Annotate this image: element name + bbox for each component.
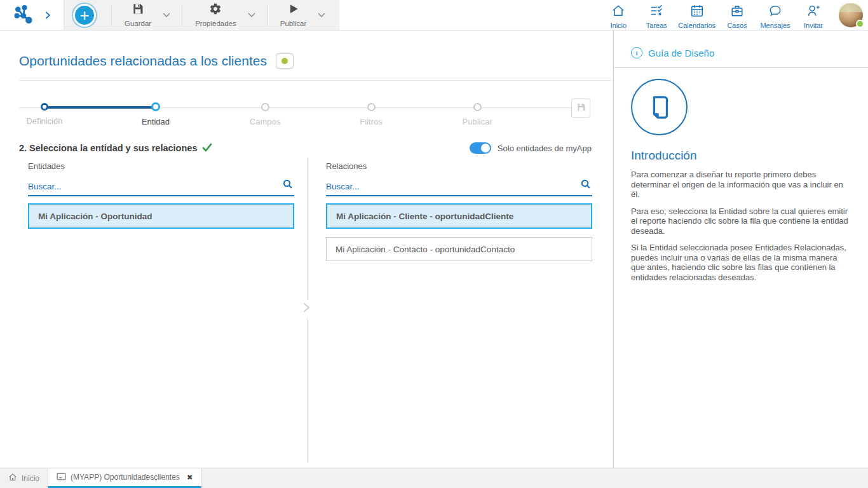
step-definicion: Definición xyxy=(6,91,83,126)
nav-item-label: Casos xyxy=(727,22,747,29)
relation-list-item[interactable]: Mi Aplicación - Contacto - oportunidadCo… xyxy=(326,237,592,261)
step-label: Entidad xyxy=(118,117,194,126)
save-button-label: Guardar xyxy=(125,20,151,27)
report-designer: Oportunidades relacionadas a los cliente… xyxy=(0,30,614,468)
relations-search-input[interactable] xyxy=(326,182,571,191)
properties-button-label: Propiedades xyxy=(195,20,236,27)
home-icon xyxy=(8,473,17,484)
entity-list-item[interactable]: Mi Aplicación - Oportunidad xyxy=(28,203,294,229)
nav-item-mensajes[interactable]: Mensajes xyxy=(759,1,792,29)
myapp-entities-toggle[interactable] xyxy=(470,142,491,154)
guide-paragraph: Para eso, selecciona la Entidad sobre la… xyxy=(631,207,851,236)
info-icon[interactable]: i xyxy=(631,47,642,58)
briefcase-icon xyxy=(730,4,744,20)
step-label: Definición xyxy=(6,116,83,126)
close-tab-icon[interactable]: ✖ xyxy=(187,473,193,482)
nav-item-calendarios[interactable]: Calendarios xyxy=(678,1,715,29)
step-campos: Campos xyxy=(227,91,303,126)
logo-area xyxy=(0,0,64,30)
properties-button[interactable]: Propiedades xyxy=(189,1,243,29)
invite-icon xyxy=(806,4,820,20)
title-divider xyxy=(19,80,612,81)
presence-status-dot xyxy=(856,20,864,28)
tab-myapp-oportunidadesclientes[interactable]: (MYAPP) Oportunidadesclientes ✖ xyxy=(48,468,201,488)
entities-search-input[interactable] xyxy=(28,182,273,191)
tab-label: (MYAPP) Oportunidadesclientes xyxy=(71,473,180,482)
step-entidad: Entidad xyxy=(118,91,194,126)
step-dot[interactable] xyxy=(41,103,48,111)
document-circle-icon xyxy=(631,79,688,135)
status-green-dot xyxy=(281,58,288,64)
guide-title: Guía de Diseño xyxy=(648,48,714,58)
search-icon[interactable] xyxy=(282,179,293,192)
nav-item-label: Inicio xyxy=(610,22,627,29)
relations-search xyxy=(326,180,592,196)
calendar-icon xyxy=(690,4,704,20)
properties-dropdown-chevron-icon[interactable] xyxy=(243,13,261,18)
entities-list: Mi Aplicación - Oportunidad xyxy=(28,203,294,229)
entities-panel: Entidades Mi Aplicación - Oportunidad xyxy=(28,161,294,237)
guide-paragraph: Para comenzar a diseñar tu reporte prime… xyxy=(631,170,851,200)
nav-item-inicio[interactable]: Inicio xyxy=(602,1,635,29)
home-icon xyxy=(611,4,625,20)
user-avatar[interactable] xyxy=(839,3,863,27)
guide-paragraph: Si la Entidad seleccionada posee Entidad… xyxy=(631,243,851,282)
step-publicar: Publicar xyxy=(439,91,515,126)
toggle-knob xyxy=(481,144,490,152)
publish-button[interactable]: Publicar xyxy=(274,1,313,29)
section-title-text: 2. Selecciona la entidad y sus relacione… xyxy=(19,143,197,153)
save-icon xyxy=(132,3,144,18)
tab-inicio[interactable]: Inicio xyxy=(0,468,48,488)
main-area: Oportunidades relacionadas a los cliente… xyxy=(0,30,868,468)
toolbar-separator xyxy=(267,4,268,26)
tasks-icon xyxy=(649,4,663,20)
publish-button-label: Publicar xyxy=(280,20,307,27)
step-filtros: Filtros xyxy=(333,91,409,126)
check-icon xyxy=(202,143,212,154)
nav-item-label: Calendarios xyxy=(678,22,715,29)
stepper-save-button[interactable] xyxy=(571,98,590,118)
top-navigation: Inicio Tareas Calendarios Casos Mensajes xyxy=(602,0,868,30)
panel-collapse-chevron-icon[interactable] xyxy=(302,300,311,318)
search-icon[interactable] xyxy=(580,179,591,192)
sidebar-expand-icon[interactable] xyxy=(43,11,52,20)
relations-list: Mi Aplicación - Cliente - oportunidadCli… xyxy=(326,203,592,261)
guide-text: Para comenzar a diseñar tu reporte prime… xyxy=(631,170,851,282)
step-dot[interactable] xyxy=(151,102,160,111)
bottom-tab-bar: Inicio (MYAPP) Oportunidadesclientes ✖ xyxy=(0,468,868,488)
section-title: 2. Selecciona la entidad y sus relacione… xyxy=(19,143,212,154)
step-label: Campos xyxy=(227,117,303,126)
relation-list-item[interactable]: Mi Aplicación - Cliente - oportunidadCli… xyxy=(326,203,592,229)
publish-dropdown-chevron-icon[interactable] xyxy=(313,13,330,18)
relations-panel: Relaciones Mi Aplicación - Cliente - opo… xyxy=(326,161,592,269)
nav-item-invitar[interactable]: Invitar xyxy=(797,1,830,29)
design-guide-sidebar: i Guía de Diseño Introducción Para comen… xyxy=(614,30,868,468)
topbar-spacer xyxy=(339,0,602,30)
nav-item-casos[interactable]: Casos xyxy=(721,1,754,29)
save-icon xyxy=(576,102,586,114)
toolbar-separator xyxy=(182,4,182,26)
wizard-stepper: Definición Entidad Campos Filtros Public… xyxy=(19,91,594,137)
tab-label: Inicio xyxy=(22,474,39,483)
add-button[interactable]: + xyxy=(73,4,96,27)
relations-panel-title: Relaciones xyxy=(326,161,592,171)
nav-item-tareas[interactable]: Tareas xyxy=(640,1,673,29)
status-badge[interactable] xyxy=(276,53,294,69)
save-button[interactable]: Guardar xyxy=(118,1,158,29)
guide-heading: Introducción xyxy=(631,149,851,163)
top-bar: + Guardar xyxy=(0,0,868,30)
step-dot[interactable] xyxy=(261,103,269,111)
nav-item-label: Mensajes xyxy=(760,22,790,29)
step-dot[interactable] xyxy=(367,103,376,111)
report-icon xyxy=(57,472,66,483)
editor-toolbar: + Guardar xyxy=(64,0,339,30)
toolbar-separator xyxy=(111,4,112,26)
toggle-label: Solo entidades de myApp xyxy=(498,144,592,153)
step-label: Publicar xyxy=(439,117,515,126)
step-dot[interactable] xyxy=(473,103,482,111)
app-logo-icon[interactable] xyxy=(11,4,34,26)
nav-item-label: Tareas xyxy=(646,22,667,29)
message-icon xyxy=(768,4,782,20)
page-title: Oportunidades relacionadas a los cliente… xyxy=(19,53,267,69)
save-dropdown-chevron-icon[interactable] xyxy=(158,13,175,18)
